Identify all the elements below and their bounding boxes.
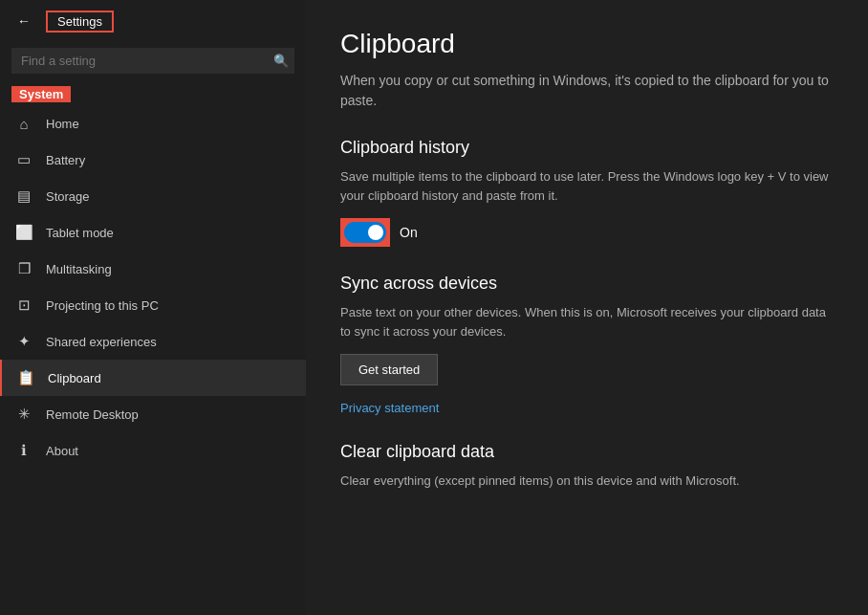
clipboard-history-toggle[interactable] [344,222,386,243]
clear-clipboard-desc: Clear everything (except pinned items) o… [340,472,834,491]
battery-icon: ▭ [15,151,33,168]
system-label: System [11,86,71,102]
remote-icon: ✳ [15,406,33,423]
tablet-mode-icon: ⬜ [15,224,33,241]
sidebar-item-battery-label: Battery [46,153,85,167]
clipboard-icon: 📋 [17,369,34,386]
page-subtitle: When you copy or cut something in Window… [340,71,834,111]
sidebar-item-tablet-mode[interactable]: ⬜Tablet mode [0,214,306,251]
sidebar-item-about[interactable]: ℹAbout [0,432,306,469]
privacy-statement-link[interactable]: Privacy statement [340,401,834,415]
sidebar-item-shared[interactable]: ✦Shared experiences [0,323,306,360]
sidebar-item-multitasking-label: Multitasking [46,262,112,276]
storage-icon: ▤ [15,187,33,205]
sync-devices-desc: Paste text on your other devices. When t… [340,303,834,340]
clipboard-history-title: Clipboard history [340,138,834,158]
sync-devices-title: Sync across devices [340,274,834,294]
sidebar-item-tablet-mode-label: Tablet mode [46,226,114,240]
shared-icon: ✦ [15,333,33,350]
toggle-highlight [340,218,390,247]
page-title: Clipboard [340,29,834,59]
sidebar-item-battery[interactable]: ▭Battery [0,142,306,178]
sidebar-item-clipboard-label: Clipboard [48,371,101,385]
search-input[interactable] [11,48,294,74]
sidebar-item-clipboard[interactable]: 📋Clipboard [0,360,306,396]
multitasking-icon: ❒ [15,260,33,277]
sidebar-item-multitasking[interactable]: ❒Multitasking [0,251,306,287]
sidebar-item-projecting[interactable]: ⊡Projecting to this PC [0,287,306,323]
toggle-knob [368,225,383,240]
settings-title-button[interactable]: Settings [46,11,114,33]
get-started-button[interactable]: Get started [340,354,438,385]
sidebar: ← Settings 🔍 System ⌂Home▭Battery▤Storag… [0,0,306,615]
back-button[interactable]: ← [11,10,36,33]
search-bar: 🔍 [11,48,294,74]
sidebar-item-shared-label: Shared experiences [46,335,157,349]
clear-clipboard-title: Clear clipboard data [340,442,834,462]
sidebar-item-remote-label: Remote Desktop [46,407,139,422]
sidebar-header: ← Settings [0,0,306,42]
sidebar-item-remote[interactable]: ✳Remote Desktop [0,396,306,432]
about-icon: ℹ [15,442,33,459]
system-section-label: System [0,79,306,106]
sidebar-item-projecting-label: Projecting to this PC [46,298,159,313]
main-content: Clipboard When you copy or cut something… [306,0,868,615]
nav-list: ⌂Home▭Battery▤Storage⬜Tablet mode❒Multit… [0,106,306,615]
sidebar-item-about-label: About [46,444,78,458]
toggle-state-label: On [400,225,418,240]
sidebar-item-home-label: Home [46,117,79,131]
sidebar-item-storage[interactable]: ▤Storage [0,178,306,214]
clipboard-history-desc: Save multiple items to the clipboard to … [340,167,834,205]
toggle-row: On [340,218,834,247]
search-icon-button[interactable]: 🔍 [273,54,289,68]
sidebar-item-storage-label: Storage [46,189,90,204]
projecting-icon: ⊡ [15,297,33,314]
home-icon: ⌂ [15,116,33,132]
sidebar-item-home[interactable]: ⌂Home [0,106,306,142]
